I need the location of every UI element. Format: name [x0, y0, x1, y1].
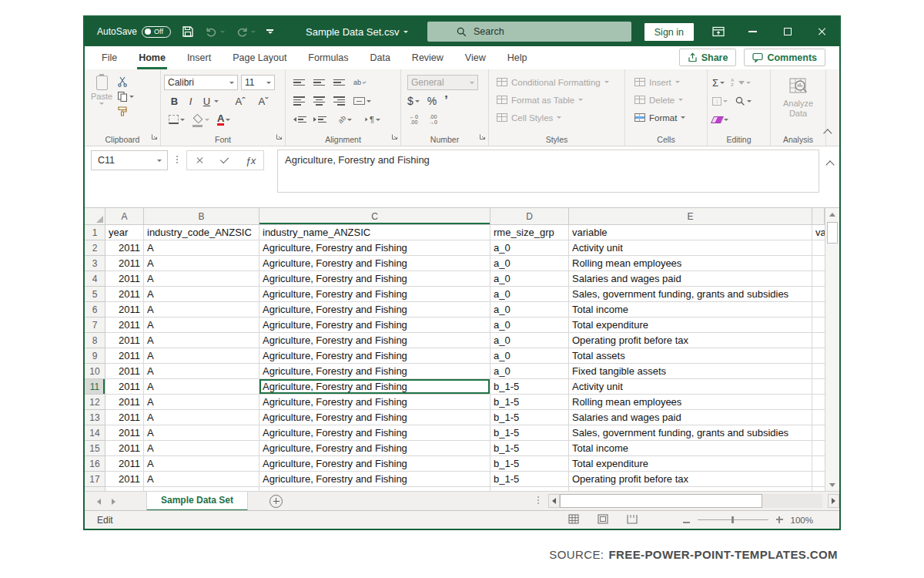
cell-F7[interactable] — [812, 318, 825, 333]
ribbon-display-options-button[interactable] — [701, 17, 735, 46]
cell-F8[interactable] — [812, 333, 825, 348]
percent-style-button[interactable]: % — [427, 95, 437, 107]
align-left-button[interactable] — [293, 96, 305, 106]
shrink-font-button[interactable]: Aˇ — [254, 96, 273, 107]
format-painter-button[interactable] — [117, 106, 134, 116]
cell-B1[interactable]: industry_code_ANZSIC — [144, 225, 259, 240]
row-header-6[interactable]: 6 — [85, 302, 105, 318]
zoom-in-button[interactable] — [776, 515, 783, 526]
cell-B9[interactable]: A — [144, 348, 259, 364]
cell-D12[interactable]: b_1-5 — [490, 395, 569, 410]
middle-align-button[interactable] — [313, 79, 325, 86]
clear-button[interactable] — [712, 116, 728, 123]
comma-style-button[interactable]: ’ — [444, 94, 447, 108]
tab-formulas[interactable]: Formulas — [297, 46, 359, 69]
cell-A14[interactable]: 2011 — [105, 425, 144, 441]
row-header-1[interactable]: 1 — [85, 225, 105, 240]
cell-E10[interactable]: Fixed tangible assets — [569, 364, 812, 379]
accounting-format-button[interactable]: $ — [407, 95, 420, 107]
cell-D17[interactable]: b_1-5 — [490, 472, 569, 487]
tab-file[interactable]: File — [91, 46, 128, 69]
row-header-7[interactable]: 7 — [85, 318, 105, 333]
tab-review[interactable]: Review — [401, 46, 454, 69]
cell-C16[interactable]: Agriculture, Forestry and Fishing — [259, 456, 490, 472]
column-header-A[interactable]: A — [105, 208, 144, 225]
insert-function-button[interactable]: ƒx — [238, 151, 263, 170]
cell-C4[interactable]: Agriculture, Forestry and Fishing — [259, 271, 490, 287]
scroll-left-button[interactable] — [548, 494, 560, 508]
cell-D7[interactable]: a_0 — [490, 318, 569, 333]
cell-E8[interactable]: Operating profit before tax — [569, 333, 812, 348]
autosave-switch[interactable]: Off — [142, 26, 171, 38]
cell-F14[interactable] — [812, 425, 825, 441]
cell-E12[interactable]: Rolling mean employees — [569, 395, 812, 410]
cell-C12[interactable]: Agriculture, Forestry and Fishing — [259, 395, 490, 410]
scroll-right-button[interactable] — [828, 494, 839, 508]
cell-F4[interactable] — [812, 271, 825, 287]
format-cells-button[interactable]: Format — [631, 109, 704, 126]
cell-D6[interactable]: a_0 — [490, 302, 569, 318]
cell-D15[interactable]: b_1-5 — [490, 441, 569, 456]
orientation-button[interactable]: ab — [338, 116, 352, 123]
cell-A7[interactable]: 2011 — [105, 318, 144, 333]
cell-A12[interactable]: 2011 — [105, 395, 144, 410]
cell-B4[interactable]: A — [144, 271, 259, 287]
row-header-12[interactable]: 12 — [85, 395, 105, 410]
cell-A17[interactable]: 2011 — [105, 472, 144, 487]
cell-A11[interactable]: 2011 — [105, 379, 144, 395]
row-header-5[interactable]: 5 — [85, 287, 105, 302]
redo-button[interactable] — [236, 26, 256, 37]
text-direction-button[interactable]: ¶ — [365, 115, 380, 124]
cell-F13[interactable] — [812, 410, 825, 425]
cell-B10[interactable]: A — [144, 364, 259, 379]
cell-F12[interactable] — [812, 395, 825, 410]
row-header-8[interactable]: 8 — [85, 333, 105, 348]
column-header-C[interactable]: C — [259, 208, 490, 225]
cell-B12[interactable]: A — [144, 395, 259, 410]
cell-A10[interactable]: 2011 — [105, 364, 144, 379]
find-select-button[interactable] — [735, 96, 752, 106]
cell-F3[interactable] — [812, 256, 825, 271]
vertical-scrollbar[interactable] — [825, 208, 839, 491]
cell-C7[interactable]: Agriculture, Forestry and Fishing — [259, 318, 490, 333]
column-header-D[interactable]: D — [490, 208, 569, 225]
cell-A2[interactable]: 2011 — [105, 240, 144, 256]
number-dialog-launcher[interactable] — [479, 133, 486, 142]
zoom-out-button[interactable] — [683, 515, 690, 526]
cell-C5[interactable]: Agriculture, Forestry and Fishing — [259, 287, 490, 302]
decrease-decimal-button[interactable]: .00 →0 — [427, 114, 440, 126]
cancel-button[interactable] — [187, 151, 213, 170]
cell-D14[interactable]: b_1-5 — [490, 425, 569, 441]
center-button[interactable] — [313, 96, 325, 106]
cell-F17[interactable] — [812, 472, 825, 487]
align-right-button[interactable] — [333, 96, 345, 106]
close-button[interactable] — [805, 17, 839, 46]
cell-C17[interactable]: Agriculture, Forestry and Fishing — [259, 472, 490, 487]
horizontal-scrollbar[interactable] — [548, 494, 822, 508]
cell-A13[interactable]: 2011 — [105, 410, 144, 425]
row-header-13[interactable]: 13 — [85, 410, 105, 425]
next-sheet-button[interactable] — [112, 494, 116, 508]
cell-F1[interactable]: va — [812, 225, 825, 240]
cell-F9[interactable] — [812, 348, 825, 364]
cell-E17[interactable]: Operating profit before tax — [569, 472, 812, 487]
comments-button[interactable]: Comments — [744, 49, 825, 66]
cell-F11[interactable] — [812, 379, 825, 395]
fill-color-button[interactable] — [192, 113, 209, 127]
row-header-14[interactable]: 14 — [85, 425, 105, 441]
sort-filter-button[interactable]: A Z — [731, 78, 751, 87]
row-header-2[interactable]: 2 — [85, 240, 105, 256]
tab-bar-resize-handle[interactable] — [537, 496, 539, 504]
font-color-button[interactable]: A — [217, 113, 230, 126]
cell-D8[interactable]: a_0 — [490, 333, 569, 348]
cell-C10[interactable]: Agriculture, Forestry and Fishing — [259, 364, 490, 379]
cell-E16[interactable]: Total expenditure — [569, 456, 812, 472]
sheet-tab-active[interactable]: Sample Data Set — [146, 492, 248, 511]
row-header-4[interactable]: 4 — [85, 271, 105, 287]
page-break-preview-button[interactable] — [627, 514, 638, 526]
column-header-partial[interactable] — [812, 208, 825, 225]
cell-A15[interactable]: 2011 — [105, 441, 144, 456]
cell-E9[interactable]: Total assets — [569, 348, 812, 364]
row-header-17[interactable]: 17 — [85, 472, 105, 487]
clipboard-dialog-launcher[interactable] — [151, 133, 158, 142]
